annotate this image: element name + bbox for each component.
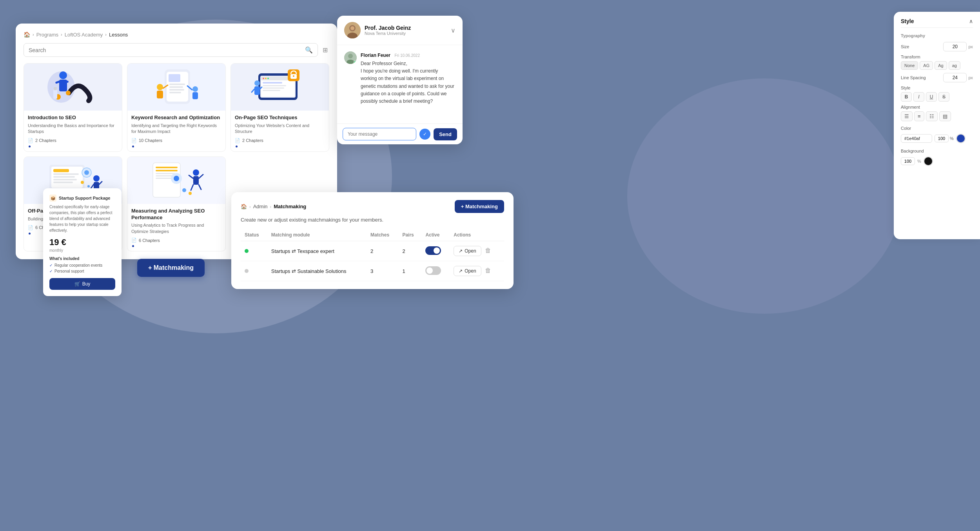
lesson-card-meta-measuring: 📄 6 Chapters [131,238,221,243]
line-spacing-unit: px [968,75,973,80]
mm-header: 🏠 › Admin › Matchmaking + Matchmaking [241,200,504,213]
send-check-icon[interactable]: ✓ [419,129,430,140]
lesson-card-measuring[interactable]: Measuring and Analyzing SEO Performance … [127,156,226,252]
color-swatch[interactable] [956,134,965,143]
transform-uppercase[interactable]: AG [920,61,933,70]
feature-2: Personal support [49,269,115,273]
open-button-1[interactable]: ↗ Open [454,246,481,256]
mm-admin[interactable]: Admin [253,204,268,209]
professor-avatar [344,22,361,38]
align-center-button[interactable]: ≡ [914,111,924,121]
line-spacing-input[interactable] [943,73,967,82]
chat-input-area: ✓ Send [337,124,463,144]
chapter-icon-5: 📄 [131,238,137,243]
color-hex-input[interactable] [901,134,932,143]
mm-home-icon[interactable]: 🏠 [241,204,247,209]
chat-msg-header: Florian Feuer Fri 10.06.2022 [361,51,456,58]
filter-button[interactable]: ⊞ [321,45,329,55]
message-date: Fri 10.06.2022 [394,53,420,58]
alignment-row: Alignment ☰ ≡ ☷ ▤ [901,105,973,121]
price-popup-included-label: What's included [49,256,115,261]
italic-button[interactable]: I [913,92,924,102]
toggle-active-off[interactable] [425,266,441,275]
svg-line-67 [199,175,203,178]
status-inactive-dot [245,269,249,273]
svg-line-53 [99,182,102,184]
style-format-label: Style [901,85,910,90]
size-input[interactable] [943,42,967,51]
bold-button[interactable]: B [901,92,912,102]
search-bar[interactable]: 🔍 [24,43,318,57]
align-right-button[interactable]: ☷ [926,111,938,121]
professor-name: Prof. Jacob Geinz [365,25,411,31]
lesson-card-img-onpage [231,64,329,111]
svg-point-64 [193,169,199,176]
lesson-card-body-measuring: Measuring and Analyzing SEO Performance … [127,204,225,251]
strikethrough-button[interactable]: S [938,92,949,102]
row2-actions: ↗ Open 🗑 [450,261,504,281]
align-justify-button[interactable]: ▤ [939,111,951,121]
transform-lowercase[interactable]: ag [949,61,960,70]
color-opacity-input[interactable] [935,135,949,142]
chapter-icon-2: 📄 [131,138,137,143]
search-icon[interactable]: 🔍 [305,46,313,54]
buy-button[interactable]: 🛒 Buy [49,278,115,290]
toggle-active-on[interactable] [425,246,441,255]
price-popup-period: monthly [49,248,115,253]
svg-line-68 [191,185,193,190]
svg-rect-45 [53,176,75,178]
lesson-progress-dot-2 [132,145,134,147]
svg-line-39 [252,89,254,92]
row1-actions: ↗ Open 🗑 [450,241,504,261]
lesson-card-keyword[interactable]: Keyword Research and Optimization Identi… [127,63,226,152]
lesson-card-title-keyword: Keyword Research and Optimization [131,115,221,121]
open-label-2: Open [465,268,476,274]
matchmaking-table: Status Matching module Matches Pairs Act… [241,229,504,281]
transform-capitalize[interactable]: Ag [935,61,947,70]
col-pairs: Pairs [398,229,421,241]
external-link-icon-2: ↗ [459,268,463,274]
breadcrumb-lessons: Lessons [109,32,128,38]
svg-point-50 [93,175,100,182]
svg-line-69 [199,185,201,189]
lesson-card-seo-intro[interactable]: Introduction to SEO Understanding the Ba… [24,63,122,152]
external-link-icon-1: ↗ [459,248,463,254]
bg-opacity-input[interactable] [901,157,915,165]
size-unit: px [968,44,973,49]
send-button[interactable]: Send [434,128,457,140]
svg-point-27 [263,78,264,79]
bg-color-swatch[interactable] [924,156,933,166]
chat-message-input[interactable] [343,128,416,140]
col-status: Status [241,229,267,241]
lesson-card-subtitle-onpage: Optimizing Your Website's Content and St… [235,123,325,135]
delete-button-2[interactable]: 🗑 [485,267,491,274]
transform-label: Transform [901,55,920,59]
lesson-chapters-2: 10 Chapters [139,138,162,143]
chat-panel: Prof. Jacob Geinz Nova Terra University … [337,16,463,144]
svg-point-63 [174,176,179,181]
price-popup-price: 19 € [49,237,115,247]
delete-button-1[interactable]: 🗑 [485,247,491,254]
breadcrumb-academy[interactable]: LoftOS Academy [65,32,103,38]
message-sender: Florian Feuer [361,53,390,58]
mm-sep-1: › [249,204,251,209]
mm-add-button[interactable]: + Matchmaking [455,200,504,213]
svg-rect-7 [53,89,57,99]
open-button-2[interactable]: ↗ Open [454,266,481,276]
home-icon[interactable]: 🏠 [24,31,30,38]
style-panel-close[interactable]: ∧ [969,18,973,24]
matchmaking-floating-button[interactable]: + Matchmaking [137,259,205,277]
price-popup-description: Created specifically for early-stage com… [49,204,115,233]
breadcrumb-programs[interactable]: Programs [36,32,58,38]
lesson-card-onpage[interactable]: On-Page SEO Techniques Optimizing Your W… [230,63,329,152]
svg-point-54 [81,181,84,184]
chat-chevron-icon[interactable]: ∨ [451,27,456,34]
align-left-button[interactable]: ☰ [901,111,913,121]
breadcrumb-sep-3: › [105,32,107,37]
search-input[interactable] [29,47,302,53]
underline-button[interactable]: U [926,92,937,102]
svg-rect-16 [169,92,181,93]
transform-none[interactable]: None [901,61,918,70]
package-icon: 📦 [49,195,56,202]
lesson-card-img-keyword [127,64,225,111]
